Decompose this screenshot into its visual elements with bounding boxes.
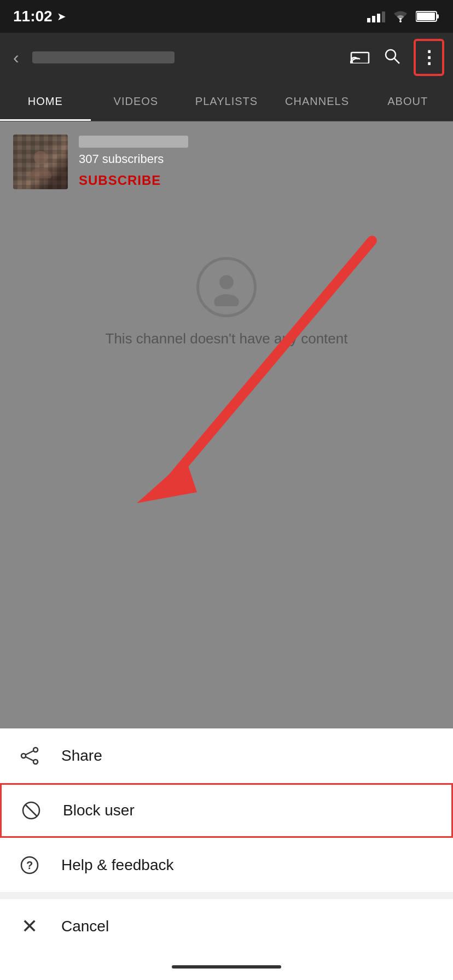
svg-point-16 <box>33 760 38 764</box>
channel-name-blurred <box>32 51 175 63</box>
svg-line-17 <box>26 751 33 755</box>
svg-rect-3 <box>437 14 439 19</box>
block-user-menu-item[interactable]: Block user <box>0 783 453 838</box>
channel-meta: 307 subscribers SUBSCRIBE <box>79 136 188 188</box>
channel-area: 307 subscribers SUBSCRIBE <box>0 121 453 213</box>
svg-point-9 <box>30 168 51 178</box>
more-options-button[interactable]: ⋮ <box>414 39 444 76</box>
top-nav: ‹ ⋮ <box>0 33 453 82</box>
svg-text:?: ? <box>26 859 33 871</box>
svg-point-15 <box>21 754 26 758</box>
empty-state-icon <box>196 257 257 317</box>
signal-icon <box>367 10 385 22</box>
share-label: Share <box>61 747 102 765</box>
svg-point-5 <box>350 61 352 63</box>
tab-videos[interactable]: VIDEOS <box>91 82 182 121</box>
channel-info: 307 subscribers SUBSCRIBE <box>13 135 440 189</box>
share-menu-item[interactable]: Share <box>0 728 453 783</box>
svg-point-6 <box>386 50 396 60</box>
tab-channels[interactable]: CHANNELS <box>272 82 363 121</box>
cast-button[interactable] <box>350 48 370 67</box>
wifi-icon <box>392 10 409 22</box>
share-icon <box>18 744 42 768</box>
svg-point-11 <box>214 294 239 306</box>
status-time: 11:02 ➤ <box>13 8 66 25</box>
main-content-area: This channel doesn't have any content <box>0 213 453 552</box>
svg-point-10 <box>219 275 234 289</box>
battery-icon <box>416 10 440 22</box>
svg-line-18 <box>26 757 33 761</box>
nav-icons: ⋮ <box>350 39 444 76</box>
tab-playlists[interactable]: PLAYLISTS <box>181 82 272 121</box>
cancel-menu-item[interactable]: ✕ Cancel <box>0 899 453 954</box>
subscribe-button[interactable]: SUBSCRIBE <box>79 173 188 188</box>
bottom-sheet: Share Block user ? Help & feedback ✕ Can… <box>0 728 453 980</box>
svg-point-0 <box>399 20 402 22</box>
back-button[interactable]: ‹ <box>9 43 24 72</box>
status-icons <box>367 10 440 22</box>
location-arrow-icon: ➤ <box>57 10 66 23</box>
block-user-label: Block user <box>63 802 135 819</box>
help-icon: ? <box>18 853 42 877</box>
help-feedback-menu-item[interactable]: ? Help & feedback <box>0 838 453 892</box>
svg-marker-13 <box>137 459 197 503</box>
svg-rect-2 <box>417 13 435 20</box>
tab-bar: HOME VIDEOS PLAYLISTS CHANNELS ABOUT <box>0 82 453 121</box>
search-button[interactable] <box>383 47 400 68</box>
svg-point-8 <box>34 151 47 164</box>
block-icon <box>19 798 43 822</box>
home-indicator <box>0 954 453 980</box>
avatar <box>13 135 68 189</box>
svg-point-14 <box>33 748 38 752</box>
status-bar: 11:02 ➤ <box>0 0 453 33</box>
help-feedback-label: Help & feedback <box>61 856 173 874</box>
channel-name-display <box>79 136 188 148</box>
cancel-icon: ✕ <box>18 915 42 938</box>
empty-state-message: This channel doesn't have any content <box>106 330 348 347</box>
svg-line-20 <box>25 804 37 816</box>
tab-home[interactable]: HOME <box>0 82 91 121</box>
menu-divider <box>0 892 453 899</box>
empty-state: This channel doesn't have any content <box>0 213 453 369</box>
home-bar <box>172 965 281 969</box>
subscriber-count: 307 subscribers <box>79 152 188 166</box>
tab-about[interactable]: ABOUT <box>362 82 453 121</box>
cancel-label: Cancel <box>61 918 109 935</box>
svg-line-7 <box>394 59 399 63</box>
